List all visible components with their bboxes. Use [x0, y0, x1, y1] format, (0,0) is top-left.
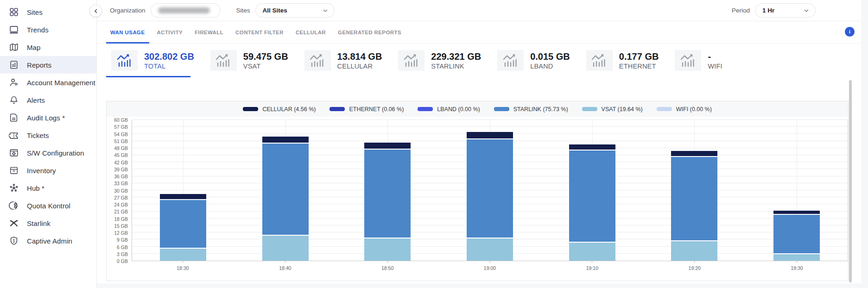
main-content: Organization Sites All Sites Period 1 Hr…	[97, 0, 861, 283]
sidebar-item-reports[interactable]: Reports	[0, 56, 96, 74]
y-tick-label: 33 GB	[114, 181, 128, 186]
chart-trend-icon	[497, 50, 524, 71]
sidebar-item-alerts[interactable]: Alerts	[0, 91, 96, 109]
stat-card-total[interactable]: 302.802 GBTOTAL	[106, 50, 205, 71]
sidebar-item-label: Map	[27, 44, 40, 51]
stat-card-ethernet[interactable]: 0.177 GBETHERNET	[581, 50, 670, 71]
vertical-scrollbar[interactable]	[849, 80, 852, 282]
tick-mark	[285, 261, 285, 263]
bar-segment-cellular	[262, 137, 309, 143]
tabs-row: WAN USAGEACTIVITYFIREWALLCONTENT FILTERC…	[97, 21, 861, 44]
map-icon	[9, 42, 19, 52]
legend-item-starlink[interactable]: STARLINK (75.73 %)	[494, 106, 568, 113]
stats-row: 302.802 GBTOTAL59.475 GBVSAT13.814 GBCEL…	[97, 44, 861, 84]
bar-segment-cellular	[569, 144, 615, 150]
y-tick-label: 6 GB	[117, 244, 128, 250]
stat-card-lband[interactable]: 0.015 GBLBAND	[492, 50, 581, 71]
starlink-x-icon	[9, 218, 19, 228]
sidebar-item-tickets[interactable]: Tickets	[0, 126, 96, 144]
y-tick-label: 9 GB	[117, 237, 128, 243]
sidebar-item-map[interactable]: Map	[0, 38, 96, 56]
sidebar-item-label: Alerts	[27, 96, 45, 104]
sidebar-item-label: Trends	[27, 26, 49, 34]
tick-mark	[183, 261, 183, 263]
stat-label: CELLULAR	[337, 63, 382, 70]
period-select[interactable]: 1 Hr	[755, 3, 816, 18]
tick-mark	[797, 261, 797, 263]
organization-label: Organization	[110, 7, 146, 14]
sidebar-item-label: Reports	[27, 61, 51, 69]
legend-swatch	[243, 107, 258, 111]
tab-content-filter[interactable]: CONTENT FILTER	[231, 21, 288, 43]
sidebar-item-inventory[interactable]: Inventory	[0, 162, 96, 179]
stat-card-wifi[interactable]: -WIFI	[670, 50, 733, 71]
legend-swatch	[329, 107, 345, 111]
x-tick-label: 19:00	[484, 265, 496, 271]
legend-label: STARLINK (75.73 %)	[513, 106, 568, 113]
tick-mark	[490, 261, 490, 263]
stat-card-cellular[interactable]: 13.814 GBCELLULAR	[299, 50, 393, 71]
sites-select[interactable]: All Sites	[255, 3, 335, 18]
legend-item-cellular[interactable]: CELLULAR (4.56 %)	[243, 106, 316, 113]
sidebar-item-hub[interactable]: Hub *	[0, 179, 96, 197]
shield-icon	[9, 236, 19, 246]
chart-trend-icon	[675, 50, 701, 71]
bar-segment-cellular	[671, 151, 717, 156]
organization-select[interactable]	[151, 3, 221, 18]
chart-legend: CELLULAR (4.56 %)ETHERNET (0.06 %)LBAND …	[107, 101, 848, 117]
y-tick-label: 39 GB	[114, 167, 128, 172]
legend-item-ethernet[interactable]: ETHERNET (0.06 %)	[329, 106, 404, 113]
legend-item-wifi[interactable]: WIFI (0.00 %)	[657, 106, 712, 113]
bar-group-19-30	[745, 120, 848, 261]
sidebar-item-audit-logs[interactable]: Audit Logs *	[0, 109, 96, 126]
period-value: 1 Hr	[762, 7, 774, 14]
organization-value-redacted	[158, 7, 210, 13]
tab-generated-reports[interactable]: GENERATED REPORTS	[334, 21, 405, 43]
tab-activity[interactable]: ACTIVITY	[153, 21, 187, 43]
chart-trend-icon	[398, 50, 424, 71]
sidebar-item-trends[interactable]: Trends	[0, 21, 96, 38]
y-tick-label: 0 GB	[117, 258, 128, 264]
sidebar-item-quota-kontrol[interactable]: Quota Kontrol	[0, 197, 96, 214]
bar-group-18-50	[336, 120, 439, 261]
sidebar-item-label: Tickets	[27, 131, 49, 139]
tab-cellular[interactable]: CELLULAR	[291, 21, 330, 43]
stat-card-vsat[interactable]: 59.475 GBVSAT	[205, 50, 299, 71]
sidebar-item-label: Inventory	[27, 167, 56, 175]
plot-column: 18:3018:4018:5019:0019:1019:2019:30	[132, 120, 848, 275]
back-button[interactable]	[89, 5, 102, 17]
sidebar-item-label: Quota Kontrol	[27, 202, 70, 210]
tab-firewall[interactable]: FIREWALL	[190, 21, 228, 43]
legend-item-lband[interactable]: LBAND (0.00 %)	[418, 106, 480, 113]
legend-item-vsat[interactable]: VSAT (19.64 %)	[582, 106, 643, 113]
bar-segment-vsat	[364, 238, 411, 261]
bar-group-19-10	[541, 120, 643, 261]
bar-group-18-40	[234, 120, 337, 261]
monitor-icon	[9, 25, 19, 35]
sidebar-item-captive-admin[interactable]: Captive Admin	[0, 232, 96, 250]
sidebar-item-account-management[interactable]: Account Management	[0, 74, 96, 91]
sidebar-item-label: Account Management	[27, 79, 95, 87]
y-tick-label: 57 GB	[114, 124, 128, 130]
y-tick-label: 21 GB	[114, 209, 128, 214]
sidebar-item-s-w-configuration[interactable]: S/W Configuration	[0, 144, 96, 162]
bar-segment-starlink	[773, 214, 820, 253]
wan-usage-chart: CELLULAR (4.56 %)ETHERNET (0.06 %)LBAND …	[106, 101, 849, 281]
tab-wan-usage[interactable]: WAN USAGE	[106, 21, 149, 43]
sidebar-item-starlink[interactable]: Starlink	[0, 214, 96, 232]
stat-label: TOTAL	[144, 63, 194, 70]
x-tick-19-10: 19:10	[541, 261, 643, 275]
stat-label: VSAT	[243, 63, 288, 70]
bar-group-19-00	[439, 120, 541, 261]
sidebar-item-sites[interactable]: Sites	[0, 3, 96, 21]
x-tick-label: 18:40	[279, 265, 291, 271]
legend-swatch	[418, 107, 433, 111]
info-icon[interactable]	[845, 27, 855, 37]
stat-card-starlink[interactable]: 229.321 GBSTARLINK	[393, 50, 492, 71]
legend-label: VSAT (19.64 %)	[602, 106, 643, 113]
ticket-icon	[9, 130, 19, 140]
bar-segment-cellular	[160, 194, 206, 199]
sites-value: All Sites	[263, 7, 287, 14]
x-tick-label: 19:30	[791, 265, 803, 271]
y-axis: 0 GB3 GB6 GB9 GB12 GB15 GB18 GB21 GB24 G…	[107, 120, 132, 261]
